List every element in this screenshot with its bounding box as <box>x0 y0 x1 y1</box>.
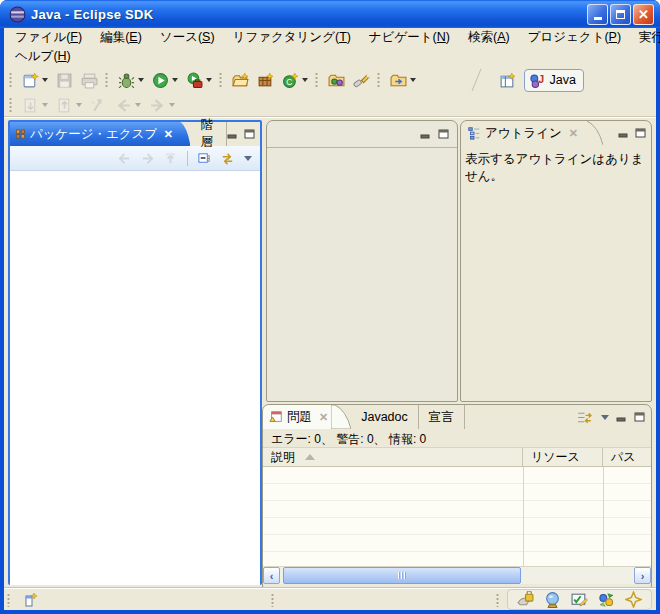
menu-e[interactable]: 編集(E) <box>91 28 151 47</box>
print-button[interactable] <box>77 69 102 92</box>
next-annotation-button[interactable] <box>18 94 52 117</box>
scroll-right-icon[interactable]: › <box>634 567 651 584</box>
close-tab-icon[interactable]: ✕ <box>566 127 581 140</box>
dropdown-arrow-icon[interactable] <box>302 78 308 82</box>
close-tab-icon[interactable]: ✕ <box>316 411 331 424</box>
menu-a[interactable]: 検索(A) <box>459 28 519 47</box>
minimize-view-icon[interactable] <box>227 129 238 139</box>
next-annotation-icon <box>22 97 39 114</box>
print-icon <box>81 72 98 89</box>
tab-outline[interactable]: アウトライン ✕ <box>461 121 583 145</box>
view-menu-icon[interactable] <box>244 156 252 161</box>
open-perspective-button[interactable] <box>495 69 520 92</box>
save-button[interactable] <box>52 69 77 92</box>
toolbar-drag-handle[interactable] <box>9 97 12 113</box>
scroll-left-icon[interactable]: ‹ <box>263 567 280 584</box>
toolbar-drag-handle[interactable] <box>105 72 108 88</box>
menu-f[interactable]: ファイル(F) <box>6 28 91 47</box>
external-tools-button[interactable] <box>182 69 216 92</box>
sort-ascending-icon <box>305 454 315 460</box>
go-up-button[interactable] <box>160 149 181 168</box>
fast-view-button[interactable] <box>22 590 41 609</box>
tab-declaration[interactable]: 宣言 <box>419 405 465 429</box>
toolbar-drag-handle[interactable] <box>219 72 222 88</box>
outline-empty-message: 表示するアウトラインはありません。 <box>461 145 651 191</box>
close-tab-icon[interactable]: ✕ <box>161 128 176 141</box>
minimize-view-icon[interactable] <box>618 128 629 138</box>
debug-button[interactable] <box>114 69 148 92</box>
toolbar-drag-handle[interactable] <box>315 72 318 88</box>
dropdown-arrow-icon[interactable] <box>172 78 178 82</box>
view-menu-icon[interactable] <box>601 415 609 420</box>
open-type-button[interactable] <box>324 69 349 92</box>
horizontal-scrollbar[interactable]: ‹ › <box>263 566 651 584</box>
outline-header: アウトライン ✕ <box>461 121 651 145</box>
scrollbar-thumb[interactable] <box>283 567 521 584</box>
compass-icon[interactable] <box>625 591 642 608</box>
link-with-editor-button[interactable] <box>217 149 238 168</box>
dropdown-arrow-icon[interactable] <box>42 78 48 82</box>
globe-icon[interactable] <box>544 591 561 608</box>
dropdown-arrow-icon[interactable] <box>169 103 175 107</box>
tab-problems[interactable]: 問題 ✕ <box>263 405 331 429</box>
open-resource-button[interactable] <box>386 69 420 92</box>
new-class-button[interactable]: C <box>278 69 312 92</box>
new-java-package-button[interactable] <box>253 69 278 92</box>
menu-t[interactable]: リファクタリング(T) <box>224 28 360 47</box>
toolbar-drag-handle[interactable] <box>377 72 380 88</box>
menu-s[interactable]: ソース(S) <box>151 28 224 47</box>
view-forward-button[interactable] <box>137 149 158 168</box>
java-perspective-label: Java <box>550 73 576 87</box>
dropdown-arrow-icon[interactable] <box>410 78 416 82</box>
back-button[interactable] <box>111 94 145 117</box>
save-icon <box>56 72 73 89</box>
titlebar[interactable]: Java - Eclipse SDK ✕ <box>0 0 660 28</box>
package-explorer-tree[interactable] <box>10 171 260 585</box>
dropdown-arrow-icon[interactable] <box>76 103 82 107</box>
tab-hierarchy[interactable]: 階層 <box>190 122 227 146</box>
close-button[interactable]: ✕ <box>633 4 654 25</box>
dropdown-arrow-icon[interactable] <box>135 103 141 107</box>
problems-table-body[interactable] <box>263 467 651 566</box>
minimize-view-icon[interactable] <box>616 412 627 422</box>
collapse-all-button[interactable] <box>194 149 215 168</box>
screen-edit-icon[interactable] <box>571 591 588 608</box>
problems-header: 問題 ✕ Javadoc 宣言 <box>263 405 651 429</box>
new-wizard-button[interactable] <box>18 69 52 92</box>
previous-annotation-button[interactable] <box>52 94 86 117</box>
java-perspective-icon: J <box>529 72 546 89</box>
dropdown-arrow-icon[interactable] <box>206 78 212 82</box>
column-header-resource[interactable]: リソース <box>523 448 603 466</box>
tab-javadoc[interactable]: Javadoc <box>351 405 419 429</box>
menubar-row2: ヘルプ(H) <box>4 47 656 66</box>
menu-n[interactable]: ナビゲート(N) <box>360 28 459 47</box>
column-header-description[interactable]: 説明 <box>263 448 523 466</box>
last-edit-location-button[interactable] <box>86 94 111 117</box>
minimize-button[interactable] <box>587 4 608 25</box>
column-header-path[interactable]: パス <box>603 448 651 466</box>
maximize-view-icon[interactable] <box>634 412 645 422</box>
toolbar-drag-handle[interactable] <box>9 72 12 88</box>
forward-button[interactable] <box>145 94 179 117</box>
new-java-project-button[interactable] <box>228 69 253 92</box>
search-button[interactable] <box>349 69 374 92</box>
sync-icon[interactable] <box>598 591 615 608</box>
maximize-view-icon[interactable] <box>244 129 255 139</box>
java-perspective-button[interactable]: JJava <box>524 69 584 92</box>
menu-r[interactable]: 実行(R) <box>630 28 660 47</box>
dropdown-arrow-icon[interactable] <box>138 78 144 82</box>
maximize-button[interactable] <box>610 4 631 25</box>
maximize-editor-icon[interactable] <box>438 129 449 139</box>
editor-tab-area <box>267 121 457 148</box>
dropdown-arrow-icon[interactable] <box>42 103 48 107</box>
run-button[interactable] <box>148 69 182 92</box>
filter-button[interactable] <box>575 408 594 427</box>
tab-package-explorer[interactable]: パッケージ・エクスプロー... ✕ <box>10 122 178 146</box>
view-back-button[interactable] <box>114 149 135 168</box>
maximize-view-icon[interactable] <box>635 128 646 138</box>
menu-p[interactable]: プロジェクト(P) <box>519 28 630 47</box>
minimize-editor-icon[interactable] <box>420 129 431 139</box>
menu-h[interactable]: ヘルプ(H) <box>6 47 80 66</box>
status-tray <box>507 589 652 610</box>
hand-lock-icon[interactable] <box>517 591 534 608</box>
